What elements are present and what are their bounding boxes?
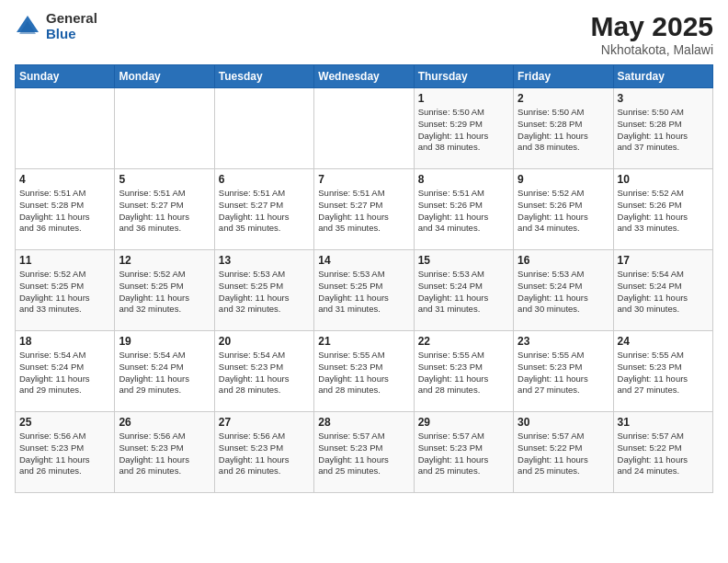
calendar-cell: 23Sunrise: 5:55 AMSunset: 5:23 PMDayligh…	[514, 331, 613, 412]
day-content: Sunrise: 5:53 AMSunset: 5:25 PMDaylight:…	[318, 269, 409, 316]
day-content: Sunrise: 5:51 AMSunset: 5:27 PMDaylight:…	[318, 188, 409, 235]
col-sunday: Sunday	[16, 65, 115, 88]
logo: General Blue	[15, 11, 97, 41]
calendar-cell	[16, 88, 115, 169]
calendar-cell: 26Sunrise: 5:56 AMSunset: 5:23 PMDayligh…	[115, 412, 214, 493]
day-content: Sunrise: 5:54 AMSunset: 5:24 PMDaylight:…	[119, 350, 210, 396]
day-content: Sunrise: 5:54 AMSunset: 5:24 PMDaylight:…	[19, 350, 110, 396]
page: General Blue May 2025 Nkhotakota, Malawi…	[0, 0, 728, 563]
col-tuesday: Tuesday	[214, 65, 313, 88]
day-content: Sunrise: 5:55 AMSunset: 5:23 PMDaylight:…	[318, 350, 409, 396]
day-number: 27	[219, 416, 310, 429]
logo-blue-label: Blue	[46, 27, 97, 42]
calendar-cell: 8Sunrise: 5:51 AMSunset: 5:26 PMDaylight…	[414, 169, 513, 250]
calendar-cell: 4Sunrise: 5:51 AMSunset: 5:28 PMDaylight…	[16, 169, 115, 250]
day-content: Sunrise: 5:54 AMSunset: 5:24 PMDaylight:…	[618, 269, 709, 316]
day-number: 10	[618, 173, 709, 186]
calendar-cell: 20Sunrise: 5:54 AMSunset: 5:23 PMDayligh…	[214, 331, 313, 412]
day-content: Sunrise: 5:56 AMSunset: 5:23 PMDaylight:…	[19, 431, 110, 477]
calendar-week-3: 11Sunrise: 5:52 AMSunset: 5:25 PMDayligh…	[16, 250, 713, 331]
day-content: Sunrise: 5:53 AMSunset: 5:24 PMDaylight:…	[518, 269, 609, 316]
day-number: 19	[119, 335, 210, 348]
day-number: 13	[219, 254, 310, 267]
calendar-subtitle: Nkhotakota, Malawi	[591, 42, 713, 57]
day-content: Sunrise: 5:50 AMSunset: 5:28 PMDaylight:…	[518, 107, 609, 154]
title-block: May 2025 Nkhotakota, Malawi	[591, 11, 713, 57]
calendar-cell: 11Sunrise: 5:52 AMSunset: 5:25 PMDayligh…	[16, 250, 115, 331]
col-friday: Friday	[514, 65, 613, 88]
calendar-cell	[115, 88, 214, 169]
calendar-week-1: 1Sunrise: 5:50 AMSunset: 5:29 PMDaylight…	[16, 88, 713, 169]
calendar-cell: 30Sunrise: 5:57 AMSunset: 5:22 PMDayligh…	[514, 412, 613, 493]
col-saturday: Saturday	[613, 65, 712, 88]
calendar-cell: 17Sunrise: 5:54 AMSunset: 5:24 PMDayligh…	[613, 250, 712, 331]
day-number: 30	[518, 416, 609, 429]
calendar-cell: 18Sunrise: 5:54 AMSunset: 5:24 PMDayligh…	[16, 331, 115, 412]
calendar-cell: 2Sunrise: 5:50 AMSunset: 5:28 PMDaylight…	[514, 88, 613, 169]
logo-text: General Blue	[46, 11, 97, 41]
logo-general-label: General	[46, 11, 97, 27]
col-wednesday: Wednesday	[314, 65, 414, 88]
day-number: 29	[418, 416, 509, 429]
day-content: Sunrise: 5:52 AMSunset: 5:26 PMDaylight:…	[518, 188, 609, 235]
calendar-cell: 29Sunrise: 5:57 AMSunset: 5:23 PMDayligh…	[414, 412, 513, 493]
day-content: Sunrise: 5:51 AMSunset: 5:28 PMDaylight:…	[19, 188, 110, 235]
day-number: 5	[119, 173, 210, 186]
day-number: 4	[19, 173, 110, 186]
day-number: 2	[518, 92, 609, 105]
header: General Blue May 2025 Nkhotakota, Malawi	[15, 11, 713, 57]
calendar-cell: 1Sunrise: 5:50 AMSunset: 5:29 PMDaylight…	[414, 88, 513, 169]
day-content: Sunrise: 5:57 AMSunset: 5:22 PMDaylight:…	[618, 431, 709, 477]
day-content: Sunrise: 5:55 AMSunset: 5:23 PMDaylight:…	[418, 350, 509, 396]
day-number: 9	[518, 173, 609, 186]
calendar-cell: 27Sunrise: 5:56 AMSunset: 5:23 PMDayligh…	[214, 412, 313, 493]
day-number: 31	[618, 416, 709, 429]
day-number: 26	[119, 416, 210, 429]
calendar-cell: 15Sunrise: 5:53 AMSunset: 5:24 PMDayligh…	[414, 250, 513, 331]
day-number: 12	[119, 254, 210, 267]
calendar-cell	[214, 88, 313, 169]
day-content: Sunrise: 5:51 AMSunset: 5:27 PMDaylight:…	[219, 188, 310, 235]
calendar-cell: 24Sunrise: 5:55 AMSunset: 5:23 PMDayligh…	[613, 331, 712, 412]
day-content: Sunrise: 5:52 AMSunset: 5:25 PMDaylight:…	[19, 269, 110, 316]
day-content: Sunrise: 5:53 AMSunset: 5:24 PMDaylight:…	[418, 269, 509, 316]
day-number: 20	[219, 335, 310, 348]
day-number: 8	[418, 173, 509, 186]
day-number: 25	[19, 416, 110, 429]
day-number: 28	[318, 416, 409, 429]
calendar-cell: 13Sunrise: 5:53 AMSunset: 5:25 PMDayligh…	[214, 250, 313, 331]
calendar-cell: 31Sunrise: 5:57 AMSunset: 5:22 PMDayligh…	[613, 412, 712, 493]
day-content: Sunrise: 5:52 AMSunset: 5:25 PMDaylight:…	[119, 269, 210, 316]
day-content: Sunrise: 5:56 AMSunset: 5:23 PMDaylight:…	[119, 431, 210, 477]
day-content: Sunrise: 5:51 AMSunset: 5:26 PMDaylight:…	[418, 188, 509, 235]
calendar-cell: 6Sunrise: 5:51 AMSunset: 5:27 PMDaylight…	[214, 169, 313, 250]
calendar-cell: 10Sunrise: 5:52 AMSunset: 5:26 PMDayligh…	[613, 169, 712, 250]
day-content: Sunrise: 5:50 AMSunset: 5:28 PMDaylight:…	[618, 107, 709, 154]
day-content: Sunrise: 5:55 AMSunset: 5:23 PMDaylight:…	[518, 350, 609, 396]
calendar-cell	[314, 88, 414, 169]
col-thursday: Thursday	[414, 65, 513, 88]
calendar-week-4: 18Sunrise: 5:54 AMSunset: 5:24 PMDayligh…	[16, 331, 713, 412]
day-number: 22	[418, 335, 509, 348]
day-number: 11	[19, 254, 110, 267]
calendar-cell: 3Sunrise: 5:50 AMSunset: 5:28 PMDaylight…	[613, 88, 712, 169]
calendar-table: Sunday Monday Tuesday Wednesday Thursday…	[15, 64, 713, 493]
day-number: 18	[19, 335, 110, 348]
day-content: Sunrise: 5:57 AMSunset: 5:23 PMDaylight:…	[318, 431, 409, 477]
day-content: Sunrise: 5:50 AMSunset: 5:29 PMDaylight:…	[418, 107, 509, 154]
day-number: 3	[618, 92, 709, 105]
day-number: 17	[618, 254, 709, 267]
day-content: Sunrise: 5:57 AMSunset: 5:22 PMDaylight:…	[518, 431, 609, 477]
day-content: Sunrise: 5:56 AMSunset: 5:23 PMDaylight:…	[219, 431, 310, 477]
day-number: 15	[418, 254, 509, 267]
calendar-cell: 21Sunrise: 5:55 AMSunset: 5:23 PMDayligh…	[314, 331, 414, 412]
day-number: 21	[318, 335, 409, 348]
calendar-cell: 7Sunrise: 5:51 AMSunset: 5:27 PMDaylight…	[314, 169, 414, 250]
logo-icon	[15, 14, 40, 40]
calendar-cell: 19Sunrise: 5:54 AMSunset: 5:24 PMDayligh…	[115, 331, 214, 412]
calendar-cell: 5Sunrise: 5:51 AMSunset: 5:27 PMDaylight…	[115, 169, 214, 250]
col-monday: Monday	[115, 65, 214, 88]
day-content: Sunrise: 5:55 AMSunset: 5:23 PMDaylight:…	[618, 350, 709, 396]
day-content: Sunrise: 5:53 AMSunset: 5:25 PMDaylight:…	[219, 269, 310, 316]
calendar-cell: 25Sunrise: 5:56 AMSunset: 5:23 PMDayligh…	[16, 412, 115, 493]
